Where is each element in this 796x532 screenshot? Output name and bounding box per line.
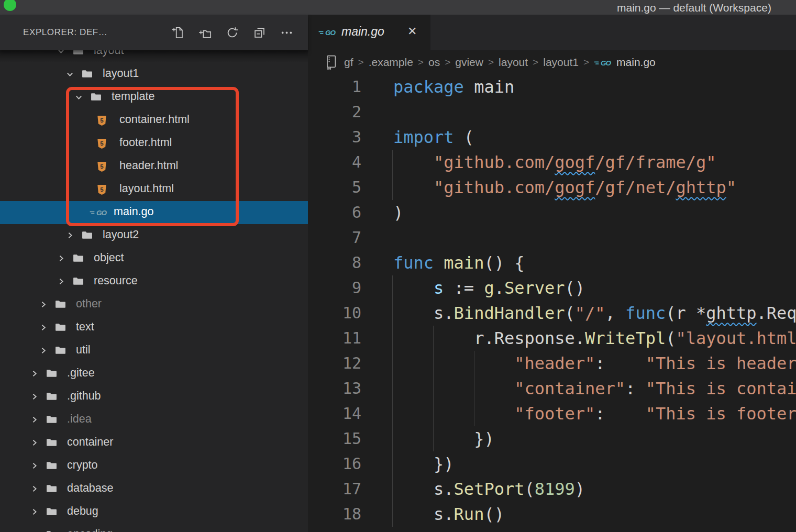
- code-text: "github.com/gogf/gf/frame/g": [393, 150, 716, 175]
- line-number[interactable]: 18: [308, 502, 361, 527]
- go-file-icon: GO: [318, 28, 337, 39]
- code-line-7[interactable]: 7: [308, 225, 796, 250]
- code-token: "This is footer": [646, 404, 796, 424]
- chevron-right-icon: [30, 484, 39, 495]
- code-text: func main() {: [393, 250, 524, 275]
- code-line-4[interactable]: 4 "github.com/gogf/gf/frame/g": [308, 150, 796, 175]
- tree-item-debug[interactable]: debug: [0, 501, 308, 524]
- refresh-explorer-icon[interactable]: [222, 23, 242, 42]
- code-line-12[interactable]: 12 "header": "This is header",: [308, 351, 796, 376]
- tree-item-layout[interactable]: layout: [0, 50, 308, 63]
- tree-item-container[interactable]: container: [0, 431, 308, 455]
- code-line-11[interactable]: 11 r.Response.WriteTpl("layout.html", g.…: [308, 326, 796, 351]
- tree-item-encoding[interactable]: encoding: [0, 524, 308, 532]
- tree-item-header-html[interactable]: 5header.html: [0, 155, 308, 178]
- tree-item--github[interactable]: .github: [0, 385, 308, 408]
- tree-item-text[interactable]: text: [0, 316, 308, 339]
- code-line-1[interactable]: 1package main: [308, 74, 796, 99]
- tree-item-label: layout2: [103, 228, 139, 241]
- chevron-right-icon: [30, 369, 39, 380]
- close-icon[interactable]: ✕: [407, 25, 417, 38]
- more-actions-icon[interactable]: [277, 23, 296, 42]
- tree-item-util[interactable]: util: [0, 339, 308, 362]
- code-token: 8199: [535, 479, 575, 499]
- code-token: (: [666, 328, 676, 348]
- breadcrumb-item-gf[interactable]: gf: [344, 56, 353, 69]
- folder-icon: [55, 346, 66, 357]
- breadcrumb-item-layout1[interactable]: layout1: [543, 56, 579, 69]
- svg-text:5: 5: [100, 186, 104, 193]
- line-number[interactable]: 11: [308, 326, 361, 351]
- line-number[interactable]: 14: [308, 401, 361, 426]
- tree-item-label: other: [76, 297, 102, 311]
- line-number[interactable]: 15: [308, 426, 361, 451]
- tree-item-other[interactable]: other: [0, 293, 308, 316]
- line-number[interactable]: 5: [308, 175, 361, 200]
- code-line-15[interactable]: 15 }): [308, 426, 796, 451]
- code-line-5[interactable]: 5 "github.com/gogf/gf/net/ghttp": [308, 175, 796, 200]
- tree-item-layout2[interactable]: layout2: [0, 224, 308, 247]
- code-line-17[interactable]: 17 s.SetPort(8199): [308, 476, 796, 502]
- line-number[interactable]: 3: [308, 125, 361, 150]
- breadcrumb-item-layout[interactable]: layout: [499, 56, 528, 69]
- new-file-icon[interactable]: [168, 23, 187, 42]
- code-line-19[interactable]: 19}: [308, 527, 796, 532]
- line-number[interactable]: 8: [308, 250, 361, 275]
- code-line-8[interactable]: 8func main() {: [308, 250, 796, 275]
- line-number[interactable]: 7: [308, 225, 361, 250]
- code-token: :=: [444, 278, 484, 298]
- code-line-9[interactable]: 9 s := g.Server(): [308, 275, 796, 301]
- code-token: (r *: [666, 303, 706, 323]
- tree-item-object[interactable]: object: [0, 247, 308, 270]
- code-line-13[interactable]: 13 "container": "This is container",: [308, 376, 796, 401]
- line-number[interactable]: 9: [308, 275, 361, 301]
- line-number[interactable]: 1: [308, 74, 361, 99]
- code-line-6[interactable]: 6): [308, 200, 796, 225]
- tab-main-go[interactable]: GO main.go ✕: [308, 15, 430, 50]
- code-token: "footer": [514, 404, 595, 424]
- breadcrumb-item-gview[interactable]: gview: [455, 56, 483, 69]
- code-token: package: [393, 77, 464, 97]
- code-token-squiggle: ghttp: [706, 303, 756, 323]
- line-number[interactable]: 6: [308, 200, 361, 225]
- code-token: ,: [605, 303, 626, 323]
- new-folder-icon[interactable]: [195, 23, 215, 42]
- tree-item--gitee[interactable]: .gitee: [0, 362, 308, 385]
- tree-item-layout1[interactable]: layout1: [0, 63, 308, 86]
- tree-item-footer-html[interactable]: 5footer.html: [0, 132, 308, 155]
- folder-icon: [46, 438, 57, 449]
- code-line-2[interactable]: 2: [308, 99, 796, 125]
- tree-item-main-go[interactable]: GOmain.go: [0, 201, 308, 224]
- code-token: :: [625, 379, 646, 398]
- code-line-18[interactable]: 18 s.Run(): [308, 502, 796, 527]
- tree-item-label: container.html: [119, 113, 190, 126]
- tree-item-crypto[interactable]: crypto: [0, 455, 308, 478]
- code-line-10[interactable]: 10 s.BindHandler("/", func(r *ghttp.Requ…: [308, 301, 796, 326]
- line-number[interactable]: 2: [308, 99, 361, 125]
- code-line-3[interactable]: 3import (: [308, 125, 796, 150]
- line-number[interactable]: 12: [308, 351, 361, 376]
- collapse-folders-icon[interactable]: [249, 23, 269, 42]
- line-number[interactable]: 4: [308, 150, 361, 175]
- line-number[interactable]: 16: [308, 451, 361, 476]
- tree-item-layout-html[interactable]: 5layout.html: [0, 178, 308, 201]
- macos-green-traffic-light[interactable]: [4, 0, 16, 11]
- breadcrumb-item-main-go[interactable]: main.go: [616, 56, 656, 69]
- tree-item--idea[interactable]: .idea: [0, 408, 308, 431]
- tree-item-resource[interactable]: resource: [0, 270, 308, 293]
- tree-item-database[interactable]: database: [0, 478, 308, 501]
- breadcrumb-separator: >: [583, 57, 589, 68]
- code-line-16[interactable]: 16 }): [308, 451, 796, 476]
- line-number[interactable]: 10: [308, 301, 361, 326]
- line-number[interactable]: 13: [308, 376, 361, 401]
- tree-item-template[interactable]: template: [0, 86, 308, 109]
- tree-item-label: debug: [67, 505, 98, 518]
- line-number[interactable]: 19: [308, 527, 361, 532]
- breadcrumb-item--example[interactable]: .example: [369, 56, 413, 69]
- code-token: "/": [575, 303, 605, 323]
- line-number[interactable]: 17: [308, 476, 361, 502]
- tree-item-container-html[interactable]: 5container.html: [0, 109, 308, 132]
- code-line-14[interactable]: 14 "footer": "This is footer",: [308, 401, 796, 426]
- breadcrumb-item-os[interactable]: os: [428, 56, 440, 69]
- code-editor[interactable]: 1package main23import (4 "github.com/gog…: [308, 74, 796, 532]
